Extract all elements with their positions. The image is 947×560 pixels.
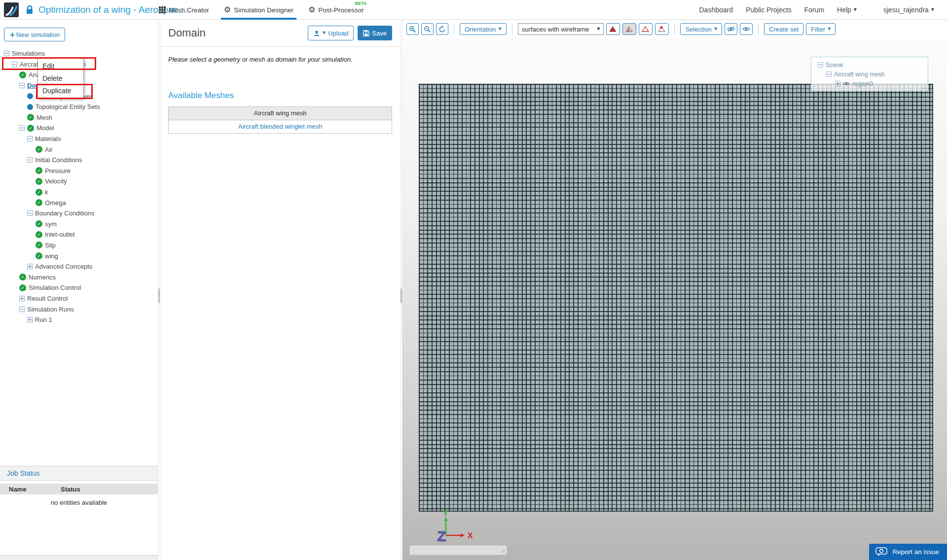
tree-item-numerics[interactable]: ✓Numerics xyxy=(0,272,158,282)
viewport-3d[interactable]: Orientation ▼ surfaces with wireframe ▼ xyxy=(402,20,947,560)
tree-item-simulation-runs[interactable]: −Simulation Runs xyxy=(0,304,158,315)
eye-icon xyxy=(742,26,750,32)
upload-button[interactable]: ▼ Upload xyxy=(308,26,354,40)
top-header: Optimization of a wing - Aerospac… Mesh … xyxy=(0,0,947,20)
new-simulation-button[interactable]: + New simulation xyxy=(4,28,65,41)
refresh-view-button[interactable] xyxy=(436,23,448,35)
zoom-in-button[interactable] xyxy=(406,23,419,35)
show-selection-button[interactable] xyxy=(740,23,753,35)
create-set-button[interactable]: Create set xyxy=(764,23,803,35)
job-status-empty-text: no entities available xyxy=(0,499,158,506)
chevron-down-icon: ▼ xyxy=(499,27,502,31)
resize-handle-icon[interactable] xyxy=(501,549,505,553)
tree-item-mesh[interactable]: ✓Mesh xyxy=(0,112,158,123)
hide-selection-button[interactable] xyxy=(725,23,737,35)
tree-item-k[interactable]: ✓k xyxy=(0,187,158,198)
check-icon: ✓ xyxy=(36,220,42,227)
nav-dashboard[interactable]: Dashboard xyxy=(699,6,733,14)
nav-public-projects[interactable]: Public Projects xyxy=(746,6,792,14)
collapse-icon[interactable]: − xyxy=(27,210,33,216)
tree-item-result-control[interactable]: +Result Control xyxy=(0,293,158,304)
tree-item-inlet-outlet[interactable]: ✓Inlet-outlet xyxy=(0,229,158,240)
display-mode-select[interactable]: surfaces with wireframe ▼ xyxy=(518,23,604,35)
save-button[interactable]: Save xyxy=(358,26,392,40)
page-title: Domain xyxy=(168,27,206,39)
gear-icon: ⚙ xyxy=(308,6,315,14)
visibility-eye-icon[interactable] xyxy=(843,81,850,86)
tab-post-processor[interactable]: ⚙ Post-Processor BETA xyxy=(308,0,364,20)
domain-panel: Domain ▼ Upload Save Please select a geo… xyxy=(160,20,400,560)
tree-item-sym[interactable]: ✓sym xyxy=(0,219,158,230)
simscale-logo-icon[interactable] xyxy=(4,2,19,17)
collapse-icon[interactable]: − xyxy=(12,62,17,67)
job-status-title: Job Status xyxy=(0,466,158,481)
expand-icon[interactable]: + xyxy=(27,317,33,322)
splitter-handle-icon[interactable] xyxy=(158,288,160,303)
collapse-icon[interactable]: − xyxy=(4,51,9,56)
tree-item-air[interactable]: ✓Air xyxy=(0,144,158,155)
tree-item-slip[interactable]: ✓Slip xyxy=(0,240,158,251)
tree-item-materials[interactable]: −Materials xyxy=(0,134,158,144)
expand-icon[interactable]: + xyxy=(19,296,25,301)
chevron-down-icon: ▼ xyxy=(323,31,326,35)
tree-item-model[interactable]: −✓Model xyxy=(0,123,158,134)
tree-item-velocity[interactable]: ✓Velocity xyxy=(0,176,158,187)
expand-icon[interactable]: + xyxy=(835,81,840,86)
mesh-quality-node-button[interactable] xyxy=(655,23,669,35)
resize-handle-icon[interactable] xyxy=(922,85,927,90)
scene-item-aircraft-wing-mesh[interactable]: − Aircraft wing mesh xyxy=(811,70,928,79)
context-menu-duplicate[interactable]: Duplicate xyxy=(38,85,83,97)
instruction-text: Please select a geometry or mesh as doma… xyxy=(168,56,392,63)
tree-item-initial-conditions[interactable]: −Initial Conditions xyxy=(0,155,158,166)
nav-forum[interactable]: Forum xyxy=(804,6,824,14)
nav-help-menu[interactable]: Help ▼ xyxy=(837,6,857,14)
collapse-icon[interactable]: − xyxy=(826,71,832,77)
collapse-icon[interactable]: − xyxy=(818,62,823,68)
tree-item-simulation-control[interactable]: ✓Simulation Control xyxy=(0,282,158,293)
axis-gizmo: Y X Z xyxy=(422,490,481,545)
mesh-quality-outline-button[interactable] xyxy=(639,23,653,35)
expand-icon[interactable]: + xyxy=(27,264,33,269)
triangle-outline-icon xyxy=(641,26,650,33)
tree-item-topological-entity-sets[interactable]: Topological Entity Sets xyxy=(0,102,158,112)
scene-item-scene[interactable]: − Scene xyxy=(811,60,928,70)
selection-dropdown[interactable]: Selection ▼ xyxy=(680,23,722,35)
check-icon: ✓ xyxy=(36,199,42,206)
zoom-fit-button[interactable] xyxy=(421,23,434,35)
simulation-tree-sidebar: + New simulation −Simulations −Aircraft … xyxy=(0,20,158,560)
viewport-info-bar[interactable] xyxy=(409,545,507,555)
mesh-list-item-aircraft-blended-winglet-mesh[interactable]: Aircraft blended winglet mesh xyxy=(169,120,392,133)
toolbar-separator xyxy=(512,24,512,35)
tree-item-simulations[interactable]: −Simulations xyxy=(0,48,158,59)
tree-item-run-1[interactable]: +Run 1 xyxy=(0,315,158,325)
orientation-dropdown[interactable]: Orientation ▼ xyxy=(460,23,507,35)
mesh-quality-solid-button[interactable] xyxy=(606,23,620,35)
filter-dropdown[interactable]: Filter ▼ xyxy=(806,23,836,35)
splitter-handle-icon[interactable] xyxy=(401,288,402,303)
tab-mesh-creator[interactable]: Mesh Creator xyxy=(159,0,209,20)
context-menu-edit[interactable]: Edit xyxy=(38,60,83,72)
select-arrow-icon: ▼ xyxy=(597,27,600,31)
mesh-render-canvas[interactable] xyxy=(419,84,933,512)
check-icon: ✓ xyxy=(27,114,34,121)
tree-item-omega[interactable]: ✓Omega xyxy=(0,197,158,208)
tree-item-advanced-concepts[interactable]: +Advanced Concepts xyxy=(0,261,158,272)
job-status-table: Name Status no entities available xyxy=(0,484,158,506)
collapse-icon[interactable]: − xyxy=(27,157,33,163)
chevron-down-icon: ▼ xyxy=(828,27,831,31)
scene-item-region0[interactable]: + region0 xyxy=(811,79,928,88)
tab-simulation-designer[interactable]: ⚙ Simulation Designer xyxy=(224,0,293,20)
collapse-icon[interactable]: − xyxy=(27,136,33,141)
context-menu-delete[interactable]: Delete xyxy=(38,72,83,85)
mesh-list-item-aircraft-wing-mesh[interactable]: Aircraft wing mesh xyxy=(169,107,392,120)
column-header-name: Name xyxy=(0,486,61,493)
collapse-icon[interactable]: − xyxy=(19,307,25,312)
mesh-quality-partial-button[interactable] xyxy=(622,23,636,35)
tree-item-boundary-conditions[interactable]: −Boundary Conditions xyxy=(0,208,158,219)
collapse-icon[interactable]: − xyxy=(19,83,25,88)
tree-item-pressure[interactable]: ✓Pressure xyxy=(0,166,158,176)
report-issue-button[interactable]: Report an issue xyxy=(869,544,947,560)
tree-item-wing[interactable]: ✓wing xyxy=(0,250,158,261)
collapse-icon[interactable]: − xyxy=(19,125,25,131)
user-menu[interactable]: sjesu_rajendra ▼ xyxy=(883,6,934,14)
